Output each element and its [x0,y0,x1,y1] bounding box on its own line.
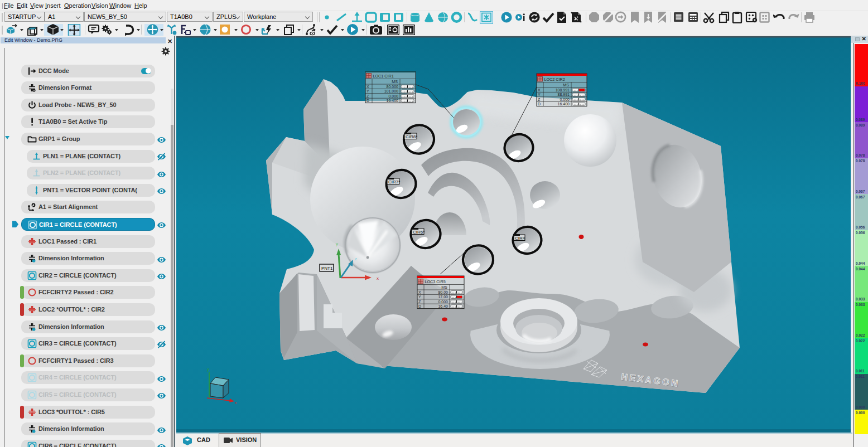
svg-text:LOC3 CIR5: LOC3 CIR5 [425,279,446,284]
svg-text:LOC1 CIR1: LOC1 CIR1 [373,74,394,79]
svg-text:Z: Z [538,98,541,101]
svg-text:MS: MS [563,82,569,88]
svg-text:x: x [377,276,379,281]
svg-text:MS: MS [392,79,398,84]
svg-text:MS: MS [441,285,447,290]
svg-text:Z: Z [418,300,421,304]
svg-text:D: D [538,102,541,106]
svg-text:X: X [418,290,421,294]
svg-text:80.000: 80.000 [387,85,399,89]
svg-text:0.000: 0.000 [438,300,448,304]
svg-text:CIR7*: CIR7* [388,179,400,184]
svg-text:D: D [418,304,421,308]
svg-text:17.00: 17.00 [438,295,448,299]
svg-text:CIR4: CIR4 [515,236,525,241]
svg-text:88.991: 88.991 [558,93,570,96]
svg-text:16.40: 16.40 [438,304,448,308]
svg-text:Z: Z [367,94,369,98]
svg-text:101.000: 101.000 [384,89,398,93]
svg-text:16.400: 16.400 [558,102,570,106]
svg-text:D: D [367,99,369,103]
svg-text:Y: Y [538,93,541,96]
svg-text:16.400: 16.400 [387,99,399,103]
svg-text:z: z [355,256,357,261]
svg-text:0.000: 0.000 [560,98,570,101]
svg-text:LOC2 CIR2: LOC2 CIR2 [544,77,565,82]
svg-text:0.000: 0.000 [388,94,398,98]
svg-text:108.991: 108.991 [556,88,570,92]
svg-text:CIR8*: CIR8* [406,134,417,139]
svg-text:PNT1: PNT1 [321,266,333,271]
svg-text:X: X [367,85,369,89]
svg-text:y: y [207,367,209,372]
svg-text:Y: Y [418,295,421,299]
svg-text:X: X [538,88,541,92]
svg-text:CIR6*: CIR6* [413,230,425,235]
svg-text:y: y [336,241,338,246]
svg-text:80.00: 80.00 [438,290,448,294]
svg-text:x: x [235,401,237,405]
svg-text:Y: Y [367,89,369,93]
